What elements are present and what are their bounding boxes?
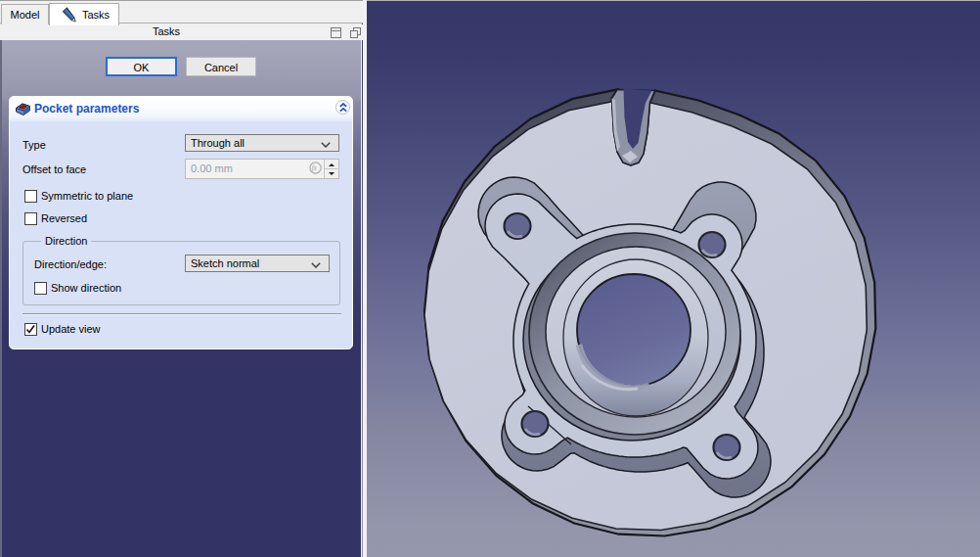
- svg-text:fx: fx: [311, 163, 317, 172]
